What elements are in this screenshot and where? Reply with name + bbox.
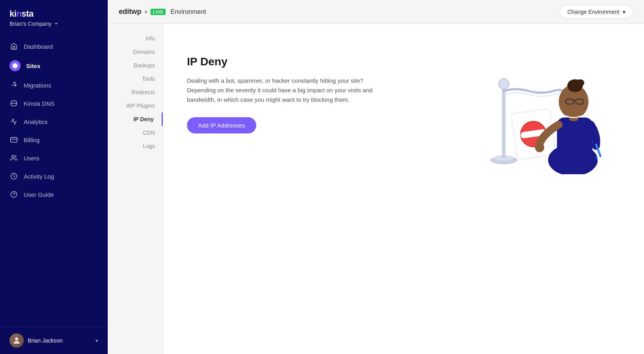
analytics-icon	[10, 117, 18, 126]
sub-nav-item-info[interactable]: Info	[108, 32, 163, 45]
sidebar-item-kinsta-dns[interactable]: Kinsta DNS	[0, 94, 108, 112]
kinsta-logo: kinsta	[10, 9, 98, 19]
ip-deny-title: IP Deny	[187, 55, 393, 68]
sidebar-item-sites[interactable]: Sites	[0, 55, 108, 76]
sub-nav-item-cdn[interactable]: CDN	[108, 126, 163, 139]
sub-nav-item-backups[interactable]: Backups	[108, 59, 163, 72]
sidebar-item-label: Kinsta DNS	[24, 100, 55, 107]
topbar-chevron-icon[interactable]: ▾	[145, 9, 147, 15]
site-name: editwp	[119, 8, 141, 16]
sub-nav: Info Domains Backups Tools Redirects WP …	[108, 24, 163, 354]
company-selector[interactable]: Brian's Company	[10, 21, 98, 27]
dns-icon	[10, 99, 18, 108]
topbar-left: editwp ▾ LIVE Environment	[119, 8, 206, 16]
sidebar: kinsta Brian's Company Dashboard Sites	[0, 0, 108, 354]
sidebar-item-label: Users	[24, 155, 39, 162]
footer-chevron: ▾	[95, 338, 98, 344]
main-content: editwp ▾ LIVE Environment Change Environ…	[108, 0, 644, 354]
ip-deny-section: IP Deny Dealing with a bot, spammer, or …	[187, 48, 620, 174]
sub-nav-item-tools[interactable]: Tools	[108, 72, 163, 86]
svg-rect-10	[502, 86, 506, 158]
billing-icon	[10, 135, 18, 144]
chevron-down-icon: ▾	[623, 9, 625, 15]
avatar	[10, 333, 24, 348]
topbar: editwp ▾ LIVE Environment Change Environ…	[108, 0, 644, 24]
sidebar-item-dashboard[interactable]: Dashboard	[0, 37, 108, 55]
live-badge: LIVE	[151, 9, 166, 15]
sidebar-header: kinsta Brian's Company	[0, 0, 108, 34]
svg-point-21	[576, 79, 584, 86]
env-label: Environment	[170, 8, 206, 15]
sidebar-footer[interactable]: Brian Jackson ▾	[0, 327, 108, 354]
svg-point-12	[499, 80, 508, 88]
sidebar-item-label: Analytics	[24, 118, 48, 125]
sidebar-item-user-guide[interactable]: User Guide	[0, 185, 108, 204]
svg-rect-2	[11, 137, 17, 142]
sidebar-item-analytics[interactable]: Analytics	[0, 112, 108, 131]
sub-nav-item-domains[interactable]: Domains	[108, 45, 163, 59]
sidebar-item-label: Migrations	[24, 82, 51, 89]
page-content: IP Deny Dealing with a bot, spammer, or …	[163, 24, 644, 354]
change-environment-button[interactable]: Change Environment ▾	[560, 5, 633, 19]
home-icon	[10, 42, 18, 51]
ip-deny-text: IP Deny Dealing with a bot, spammer, or …	[187, 48, 393, 133]
sidebar-item-activity-log[interactable]: Activity Log	[0, 167, 108, 185]
svg-point-4	[12, 155, 14, 158]
migrations-icon	[10, 81, 18, 89]
sidebar-item-label: User Guide	[24, 191, 54, 198]
sidebar-item-label: Activity Log	[24, 173, 54, 180]
ip-deny-description: Dealing with a bot, spammer, or hacker c…	[187, 76, 393, 105]
sites-icon	[10, 60, 21, 71]
sub-nav-item-redirects[interactable]: Redirects	[108, 86, 163, 99]
add-ip-addresses-button[interactable]: Add IP Addresses	[187, 117, 256, 133]
users-icon	[10, 154, 18, 162]
sidebar-item-billing[interactable]: Billing	[0, 131, 108, 149]
content-area: Info Domains Backups Tools Redirects WP …	[108, 24, 644, 354]
sub-nav-item-wp-plugins[interactable]: WP Plugins	[108, 99, 163, 112]
sidebar-item-label: Dashboard	[24, 43, 53, 50]
user-name: Brian Jackson	[28, 337, 91, 344]
ip-deny-illustration	[462, 40, 620, 174]
sidebar-nav: Dashboard Sites Migrations Kinsta DNS	[0, 34, 108, 327]
sidebar-item-migrations[interactable]: Migrations	[0, 76, 108, 94]
sub-nav-item-ip-deny[interactable]: IP Deny	[108, 112, 163, 126]
sub-nav-item-logs[interactable]: Logs	[108, 139, 163, 153]
sidebar-item-label: Sites	[26, 63, 40, 69]
guide-icon	[10, 190, 18, 199]
sidebar-item-label: Billing	[24, 137, 40, 143]
company-name: Brian's Company	[10, 21, 51, 27]
sidebar-item-users[interactable]: Users	[0, 149, 108, 167]
svg-point-25	[535, 143, 544, 152]
svg-point-7	[15, 337, 18, 341]
activity-icon	[10, 172, 18, 181]
